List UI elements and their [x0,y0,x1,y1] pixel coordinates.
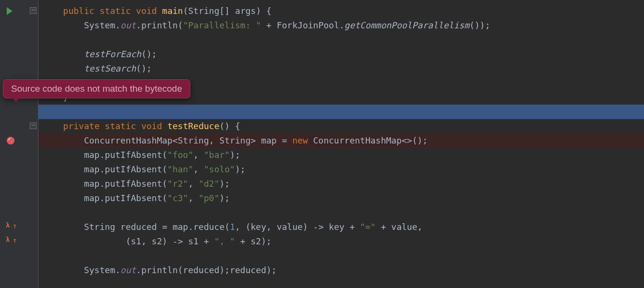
gutter-row[interactable] [0,263,38,277]
arrow-up-icon: ↑ [12,221,17,230]
breakpoint-check-icon: ✓ [8,136,11,142]
code-text: map.putIfAbsent( [42,164,167,174]
code-text: map.putIfAbsent( [42,150,167,160]
code-line[interactable]: String reduced = map.reduce(1, (key, val… [38,220,644,234]
gutter-row[interactable] [0,18,38,33]
string-literal: "=" [360,222,376,232]
static-field: out [121,20,136,30]
keyword: static [99,6,131,16]
code-text: ); [220,179,230,189]
code-text: map.putIfAbsent( [42,193,167,203]
code-line[interactable] [38,33,644,47]
static-field: out [121,265,136,275]
string-literal: "han" [167,164,193,174]
tooltip-bytecode-mismatch: Source code does not match the bytecode [3,79,190,98]
lambda-step-icon[interactable]: λ [6,221,10,229]
code-text: , [193,164,204,174]
static-method: testSearch [42,63,136,73]
code-line[interactable]: public static void main(String[] args) { [38,4,644,18]
code-text: + value, [376,222,423,232]
code-area[interactable]: public static void main(String[] args) {… [38,0,644,288]
code-text: (String[] args) { [183,6,272,16]
gutter-row[interactable] [0,105,38,119]
code-text: System. [42,265,121,275]
keyword: void [141,121,162,131]
code-text: .println(reduced); [136,265,230,275]
code-text: , [188,179,198,189]
code-text: ()); [470,20,490,30]
string-literal: "solo" [204,164,235,174]
gutter-row[interactable]: ✓ [0,133,38,148]
code-text: + s2); [235,236,272,246]
gutter-row[interactable] [0,205,38,220]
string-literal: "d2" [198,179,219,189]
keyword: private [63,121,99,131]
code-text: .println( [136,20,183,30]
gutter-row[interactable] [0,162,38,177]
string-literal: ", " [214,236,235,246]
gutter-row[interactable] [0,61,38,76]
code-text: ); [220,193,230,203]
fold-collapse-icon[interactable] [30,122,37,129]
keyword: public [63,6,94,16]
static-method: getCommonPoolParallelism [345,20,470,30]
code-text: map.putIfAbsent( [42,179,167,189]
code-line[interactable]: testForEach(); [38,47,644,61]
code-line[interactable]: private static void testReduce() { [38,119,644,133]
arrow-up-icon: ↑ [12,236,17,245]
execution-point-line[interactable] [38,105,644,119]
breakpoint-line[interactable]: ConcurrentHashMap<String, String> map = … [38,133,644,148]
gutter-row[interactable]: λ ↑ [0,220,38,234]
code-editor[interactable]: ✓ λ ↑ λ ↑ public static void main(String… [0,0,644,288]
code-text: String reduced = map.reduce( [42,222,230,232]
code-text: System. [42,20,121,30]
code-line[interactable]: map.putIfAbsent("c3", "p0"); [38,191,644,205]
code-text: (); [136,63,152,73]
code-text: () { [220,121,240,131]
lambda-step-icon[interactable]: λ [6,236,10,243]
code-line[interactable] [38,249,644,263]
code-line[interactable]: System.out.println(reduced);reduced); [38,263,644,277]
static-method: testForEach [42,49,141,59]
code-text: ConcurrentHashMap<>(); [308,135,428,145]
code-text: , [193,150,204,160]
tooltip-text: Source code does not match the bytecode [11,84,182,94]
gutter-row[interactable]: λ ↑ [0,234,38,249]
method-name: testReduce [167,121,219,131]
string-literal: "foo" [167,150,193,160]
method-name: main [162,6,183,16]
code-text: ConcurrentHashMap<String, String> map = [42,135,292,145]
code-line[interactable] [38,205,644,220]
gutter-row[interactable] [0,47,38,61]
gutter[interactable]: ✓ λ ↑ λ ↑ [0,0,38,288]
string-literal: "r2" [167,179,188,189]
code-text: ); [230,150,240,160]
gutter-row[interactable] [0,177,38,191]
string-literal: "p0" [198,193,219,203]
code-text: ); [235,164,246,174]
code-text: (); [141,49,157,59]
keyword: static [105,121,136,131]
string-literal: "bar" [204,150,230,160]
gutter-row[interactable] [0,4,38,18]
string-literal: "c3" [167,193,188,203]
code-line[interactable]: System.out.println("Parallelism: " + For… [38,18,644,33]
gutter-row[interactable] [0,119,38,133]
string-literal: "Parallelism: " [183,20,261,30]
fold-collapse-icon[interactable] [30,7,37,14]
number-literal: 1 [230,222,235,232]
gutter-row[interactable] [0,191,38,205]
gutter-row[interactable] [0,148,38,162]
code-line[interactable]: map.putIfAbsent("foo", "bar"); [38,148,644,162]
code-line[interactable]: map.putIfAbsent("han", "solo"); [38,162,644,177]
code-text: (s1, s2) -> s1 + [42,236,214,246]
code-text: + ForkJoinPool. [261,20,344,30]
keyword: new [292,135,308,145]
gutter-row[interactable] [0,249,38,263]
code-line[interactable]: map.putIfAbsent("r2", "d2"); [38,177,644,191]
run-icon[interactable] [7,7,12,15]
code-line[interactable]: testSearch(); [38,61,644,76]
code-text: , (key, value) -> key + [235,222,360,232]
code-line[interactable]: (s1, s2) -> s1 + ", " + s2); [38,234,644,249]
gutter-row[interactable] [0,33,38,47]
